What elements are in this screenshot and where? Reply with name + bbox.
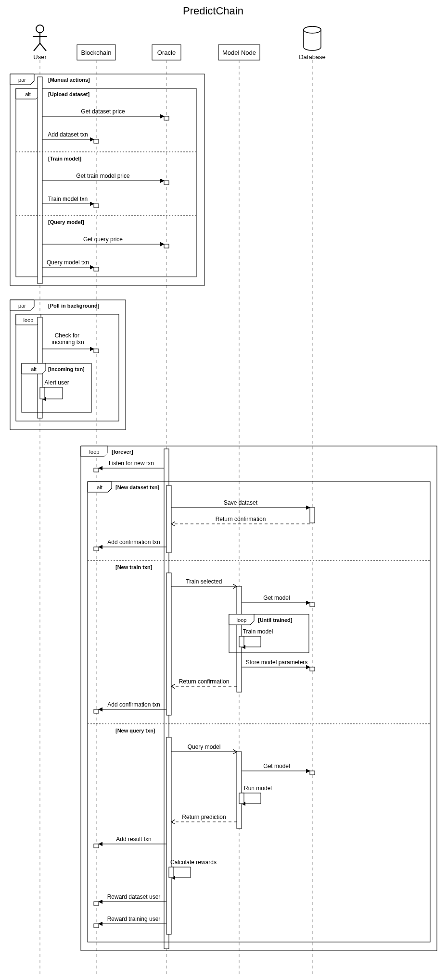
svg-rect-53 (94, 349, 99, 353)
svg-text:Add result txn: Add result txn (116, 836, 151, 843)
svg-text:Get query price: Get query price (83, 236, 123, 243)
svg-text:Store model parameters: Store model parameters (246, 659, 308, 666)
svg-text:[forever]: [forever] (112, 449, 133, 455)
diagram-title: PredictChain (183, 5, 243, 17)
svg-rect-111 (94, 844, 99, 848)
svg-text:[Until trained]: [Until trained] (258, 617, 293, 623)
svg-text:alt: alt (97, 484, 102, 490)
svg-text:Get model: Get model (263, 595, 290, 601)
svg-rect-77 (166, 573, 171, 715)
svg-rect-24 (38, 77, 42, 284)
svg-text:[New train txn]: [New train txn] (115, 564, 153, 570)
svg-rect-119 (94, 924, 99, 928)
svg-text:Get train model price: Get train model price (76, 173, 130, 179)
svg-rect-57 (40, 387, 45, 399)
svg-text:Return confirmation: Return confirmation (216, 516, 266, 522)
svg-text:[Incoming txn]: [Incoming txn] (48, 366, 85, 372)
svg-text:Listen for new txn: Listen for new txn (109, 460, 154, 467)
svg-text:Return prediction: Return prediction (182, 814, 226, 820)
sequence-diagram: PredictChain User Blockchain Oracle Mode… (0, 0, 447, 980)
svg-rect-38 (94, 204, 99, 208)
svg-rect-27 (164, 116, 169, 120)
svg-text:alt: alt (25, 91, 31, 97)
svg-rect-63 (94, 468, 99, 472)
svg-text:Model Node: Model Node (222, 49, 256, 56)
svg-text:User: User (33, 53, 47, 61)
svg-text:[Poll in background]: [Poll in background] (48, 303, 100, 309)
participant-user: User (33, 25, 47, 61)
svg-text:[New dataset txn]: [New dataset txn] (115, 484, 159, 490)
svg-text:Reward training user: Reward training user (107, 916, 161, 922)
svg-text:Train selected: Train selected (186, 578, 222, 585)
participant-modelnode: Model Node (218, 45, 260, 60)
svg-text:Add confirmation txn: Add confirmation txn (107, 701, 160, 708)
svg-rect-46 (94, 267, 99, 271)
svg-text:alt: alt (31, 366, 37, 372)
svg-text:[Train model]: [Train model] (48, 156, 81, 161)
svg-point-13 (304, 26, 321, 33)
svg-text:Get dataset price: Get dataset price (81, 108, 125, 115)
fragment-alt-manual (16, 88, 196, 277)
svg-rect-66 (166, 485, 171, 553)
svg-text:[New query txn]: [New query txn] (115, 728, 155, 733)
svg-rect-43 (164, 244, 169, 248)
participant-database: Database (299, 26, 326, 61)
svg-text:Add dataset txn: Add dataset txn (48, 131, 88, 138)
svg-text:loop: loop (24, 317, 34, 323)
svg-rect-116 (94, 902, 99, 906)
svg-text:Oracle: Oracle (157, 49, 176, 56)
svg-text:loop: loop (89, 449, 100, 455)
svg-text:Return confirmation: Return confirmation (179, 678, 230, 685)
svg-text:Get model: Get model (263, 763, 290, 769)
svg-text:Database: Database (299, 53, 326, 61)
svg-text:[Upload dataset]: [Upload dataset] (48, 91, 90, 97)
svg-rect-98 (166, 737, 171, 934)
svg-text:Save dataset: Save dataset (224, 499, 258, 506)
svg-text:Add confirmation txn: Add confirmation txn (107, 539, 160, 546)
svg-text:[Query model]: [Query model] (48, 219, 84, 225)
fragment-alt-txn (88, 482, 430, 942)
svg-rect-83 (310, 603, 315, 607)
svg-rect-95 (94, 709, 99, 713)
svg-text:Blockchain: Blockchain (81, 49, 112, 56)
svg-text:Reward dataset user: Reward dataset user (107, 893, 161, 900)
svg-rect-69 (310, 508, 315, 523)
svg-rect-90 (310, 667, 315, 671)
svg-text:Run model: Run model (244, 785, 272, 792)
svg-text:Calculate rewards: Calculate rewards (170, 859, 217, 866)
svg-point-0 (36, 25, 44, 33)
svg-text:Query model txn: Query model txn (47, 259, 89, 266)
svg-text:par: par (18, 303, 26, 309)
svg-rect-30 (94, 139, 99, 143)
svg-rect-113 (169, 867, 174, 878)
svg-text:loop: loop (237, 617, 247, 623)
svg-line-3 (34, 43, 40, 51)
svg-text:Check for
  incoming txn: Check for incoming txn (51, 332, 84, 346)
svg-rect-35 (164, 181, 169, 185)
svg-rect-74 (94, 547, 99, 551)
svg-rect-87 (239, 636, 244, 647)
svg-text:Query model: Query model (188, 744, 221, 750)
svg-rect-106 (239, 793, 244, 804)
participant-oracle: Oracle (152, 45, 181, 60)
svg-text:Alert user: Alert user (44, 379, 69, 386)
participant-blockchain: Blockchain (77, 45, 115, 60)
svg-rect-104 (310, 771, 315, 775)
svg-text:Train model: Train model (243, 628, 273, 635)
svg-text:[Manual actions]: [Manual actions] (48, 77, 90, 83)
svg-text:par: par (18, 77, 26, 83)
svg-line-4 (40, 43, 46, 51)
svg-rect-101 (237, 752, 242, 829)
svg-text:Train model txn: Train model txn (48, 196, 88, 202)
